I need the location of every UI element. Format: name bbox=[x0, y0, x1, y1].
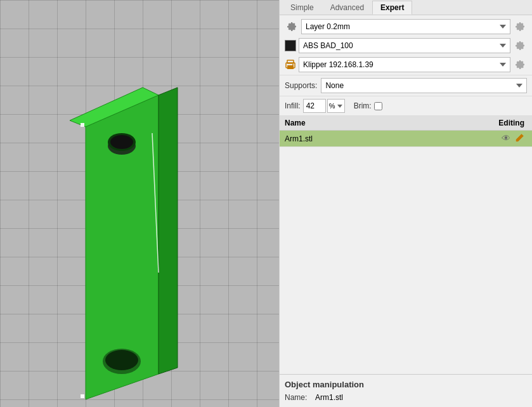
settings-panel: Simple Advanced Expert Layer 0.2mm bbox=[279, 0, 532, 407]
name-column-header: Name bbox=[280, 116, 405, 131]
material-color-swatch bbox=[285, 40, 296, 51]
manipulation-title: Object manipulation bbox=[285, 380, 527, 389]
infill-input[interactable] bbox=[303, 99, 326, 113]
brim-label: Brim: bbox=[354, 101, 372, 110]
brim-checkbox[interactable] bbox=[374, 102, 382, 110]
visibility-icon[interactable]: 👁 bbox=[502, 133, 510, 144]
table-row[interactable]: Arm1.stl 👁 bbox=[280, 131, 532, 147]
table-header-row: Name Editing bbox=[280, 116, 532, 131]
layer-icon bbox=[285, 20, 299, 34]
manipulation-name-value: Arm1.stl bbox=[315, 393, 343, 402]
supports-label: Supports: bbox=[285, 81, 317, 90]
svg-rect-13 bbox=[287, 60, 294, 63]
printer-setting-row: Klipper 192.168.1.39 bbox=[285, 57, 527, 72]
object-table: Name Editing Arm1.stl 👁 bbox=[280, 116, 532, 146]
layer-gear-icon[interactable] bbox=[513, 20, 527, 34]
svg-point-5 bbox=[110, 135, 133, 149]
material-gear-icon[interactable] bbox=[513, 39, 527, 53]
supports-row: Supports: None bbox=[280, 75, 532, 96]
svg-rect-9 bbox=[81, 123, 84, 127]
infill-unit-select[interactable]: % bbox=[327, 99, 345, 113]
object-name-cell: Arm1.stl bbox=[280, 131, 405, 147]
printer-icon bbox=[285, 59, 296, 70]
layer-select[interactable]: Layer 0.2mm bbox=[301, 19, 510, 34]
object-manipulation-area: Object manipulation Name: Arm1.stl bbox=[280, 374, 532, 407]
svg-rect-10 bbox=[81, 394, 84, 398]
svg-point-8 bbox=[105, 350, 138, 370]
manipulation-name-label: Name: bbox=[285, 393, 310, 402]
layer-setting-row: Layer 0.2mm bbox=[285, 19, 527, 34]
infill-label: Infill: bbox=[285, 101, 301, 110]
printer-select[interactable]: Klipper 192.168.1.39 bbox=[299, 57, 510, 72]
3d-viewport[interactable] bbox=[0, 0, 279, 407]
svg-marker-2 bbox=[159, 87, 178, 374]
material-setting-row: ABS BAD_100 bbox=[285, 38, 527, 53]
printer-gear-icon[interactable] bbox=[513, 58, 527, 72]
tab-simple[interactable]: Simple bbox=[282, 1, 322, 15]
panel-spacer bbox=[280, 147, 532, 374]
svg-point-14 bbox=[292, 64, 294, 65]
infill-brim-row: Infill: % Brim: bbox=[280, 96, 532, 116]
tab-bar: Simple Advanced Expert bbox=[280, 0, 532, 15]
object-actions-cell: 👁 bbox=[405, 131, 532, 147]
tab-expert[interactable]: Expert bbox=[372, 1, 412, 15]
manipulation-name-row: Name: Arm1.stl bbox=[285, 393, 527, 402]
tab-advanced[interactable]: Advanced bbox=[322, 1, 372, 15]
svg-rect-12 bbox=[287, 65, 294, 69]
supports-select[interactable]: None bbox=[321, 78, 527, 93]
object-list-container: Name Editing Arm1.stl 👁 bbox=[280, 116, 532, 147]
editing-column-header: Editing bbox=[405, 116, 532, 131]
material-select[interactable]: ABS BAD_100 bbox=[299, 38, 510, 53]
edit-icon[interactable] bbox=[516, 133, 524, 144]
